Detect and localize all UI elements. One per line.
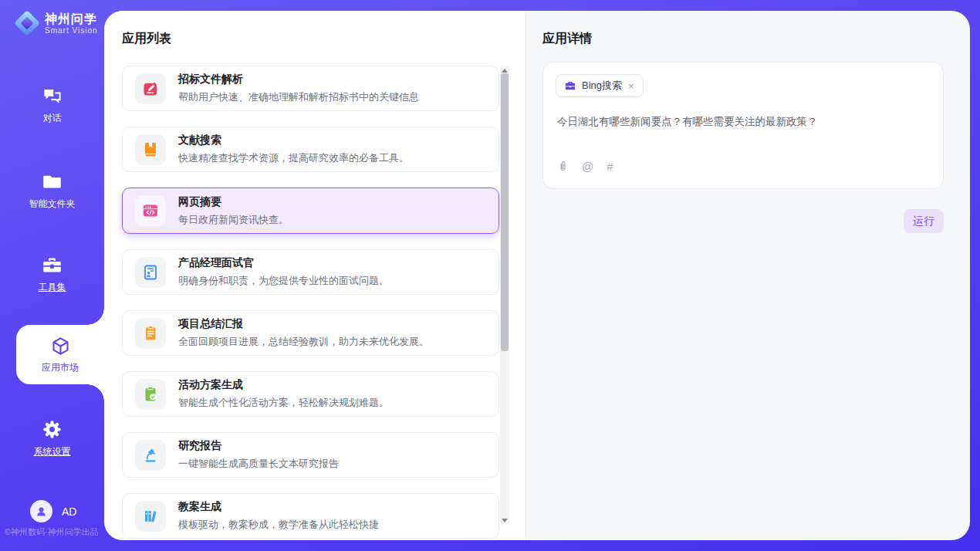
list-item-event-plan[interactable]: 活动方案生成 智能生成个性化活动方案，轻松解决规划难题。	[122, 371, 499, 417]
sidebar-item-app-market[interactable]: 应用市场	[16, 325, 104, 384]
books-icon	[141, 507, 160, 526]
sidebar-item-label: 工具集	[39, 281, 66, 294]
tool-tag-bing-search[interactable]: Bing搜索 ×	[556, 74, 644, 97]
prompt-text[interactable]: 今日湖北有哪些新闻要点？有哪些需要关注的最新政策？	[557, 115, 928, 129]
list-item-research-report[interactable]: 研究报告 一键智能生成高质量长文本研究报告	[122, 432, 499, 478]
user-account[interactable]: AD	[30, 500, 76, 522]
gem-logo-icon	[15, 12, 39, 35]
briefcase-icon	[564, 79, 576, 92]
person-icon	[35, 505, 48, 518]
app-list-title: 应用列表	[122, 31, 171, 47]
app-card-desc: 每日政府新闻资讯快查。	[178, 213, 289, 227]
brand-logo: 神州问学 Smart Vision	[15, 12, 98, 35]
list-item-project-summary[interactable]: 项目总结汇报 全面回顾项目进展，总结经验教训，助力未来优化发展。	[122, 310, 499, 356]
app-card-desc: 模板驱动，教案秒成，教学准备从此轻松快捷	[178, 518, 379, 532]
brand-name: 神州问学	[45, 12, 98, 26]
list-item-bid-document-parse[interactable]: 招标文件解析 帮助用户快速、准确地理解和解析招标书中的关键信息	[122, 66, 499, 111]
sidebar-item-toolset[interactable]: 工具集	[0, 255, 104, 294]
app-card-desc: 明确身份和职责，为您提供专业性的面试问题。	[178, 274, 389, 288]
list-item-pm-interviewer[interactable]: 产品经理面试官 明确身份和职责，为您提供专业性的面试问题。	[122, 249, 499, 295]
app-list-panel: 应用列表 招标文件解析 帮助用户快速、准确地理解和解析招标书中的关键信息	[104, 11, 526, 540]
brand-subtitle: Smart Vision	[45, 26, 98, 35]
app-card-desc: 智能生成个性化活动方案，轻松解决规划难题。	[178, 396, 389, 410]
scrollbar[interactable]	[500, 66, 509, 525]
document-edit-icon	[141, 79, 160, 98]
scroll-down-button[interactable]	[500, 516, 509, 525]
app-card-desc: 全面回顾项目进展，总结经验教训，助力未来优化发展。	[178, 335, 429, 349]
app-detail-title: 应用详情	[542, 31, 592, 47]
clipboard-check-icon	[141, 385, 160, 404]
sidebar-item-label: 系统设置	[34, 445, 71, 458]
app-card-title: 研究报告	[178, 439, 339, 453]
copyright-text: ©神州数码·神州问学出品	[5, 526, 104, 538]
sidebar-item-label: 对话	[43, 112, 62, 125]
list-item-lesson-plan[interactable]: 教案生成 模板驱动，教案秒成，教学准备从此轻松快捷	[122, 493, 499, 539]
avatar	[30, 500, 52, 522]
chat-icon	[42, 86, 63, 106]
cube-icon	[50, 336, 71, 357]
app-card-title: 招标文件解析	[178, 73, 419, 86]
main-content: 应用列表 招标文件解析 帮助用户快速、准确地理解和解析招标书中的关键信息	[104, 11, 970, 540]
clipboard-icon	[141, 324, 160, 343]
app-card-desc: 快速精准查找学术资源，提高研究效率的必备工具。	[178, 151, 409, 165]
app-card-title: 教案生成	[178, 500, 379, 514]
app-card-desc: 帮助用户快速、准确地理解和解析招标书中的关键信息	[178, 90, 419, 104]
hash-icon: #	[607, 160, 613, 173]
mention-button[interactable]: @	[582, 160, 593, 173]
sidebar-item-smart-folder[interactable]: 智能文件夹	[0, 171, 104, 211]
at-icon: @	[582, 160, 593, 173]
user-name: AD	[62, 505, 76, 518]
sidebar-item-label: 智能文件夹	[29, 198, 76, 211]
resume-person-icon	[141, 263, 160, 282]
scrollbar-thumb[interactable]	[501, 73, 509, 351]
folder-icon	[42, 171, 63, 192]
app-card-desc: 一键智能生成高质量长文本研究报告	[178, 457, 339, 471]
app-list: 招标文件解析 帮助用户快速、准确地理解和解析招标书中的关键信息 文献搜索 快速精…	[122, 66, 499, 539]
microscope-icon	[141, 446, 160, 465]
run-button[interactable]: 运行	[904, 209, 944, 233]
remove-tag-button[interactable]: ×	[627, 81, 635, 91]
book-icon	[141, 140, 160, 159]
app-card-title: 文献搜索	[178, 134, 409, 147]
browser-code-icon	[141, 201, 160, 220]
paperclip-icon	[557, 160, 569, 173]
gear-icon	[42, 419, 63, 440]
sidebar-item-chat[interactable]: 对话	[0, 86, 104, 125]
attach-file-button[interactable]	[557, 160, 569, 173]
app-detail-panel: 应用详情 Bing搜索 × 今日湖北有哪些新闻要点？有哪些需要关注的最新政策？ …	[527, 11, 970, 540]
app-card-title: 产品经理面试官	[178, 256, 389, 270]
prompt-composer[interactable]: Bing搜索 × 今日湖北有哪些新闻要点？有哪些需要关注的最新政策？ @ #	[542, 62, 944, 189]
composer-toolbar: @ #	[557, 160, 613, 173]
sidebar-item-settings[interactable]: 系统设置	[0, 419, 104, 458]
toolbox-icon	[42, 255, 63, 276]
sidebar: 神州问学 Smart Vision 对话 智能文件夹 工具集 应用市场	[0, 0, 104, 551]
app-card-title: 网页摘要	[178, 195, 289, 209]
app-card-title: 活动方案生成	[178, 378, 389, 392]
list-item-literature-search[interactable]: 文献搜索 快速精准查找学术资源，提高研究效率的必备工具。	[122, 127, 499, 172]
hashtag-button[interactable]: #	[607, 160, 613, 173]
sidebar-item-label: 应用市场	[42, 361, 79, 374]
list-item-web-summary[interactable]: 网页摘要 每日政府新闻资讯快查。	[122, 188, 499, 234]
app-card-title: 项目总结汇报	[178, 317, 429, 331]
tag-label: Bing搜索	[582, 79, 622, 93]
